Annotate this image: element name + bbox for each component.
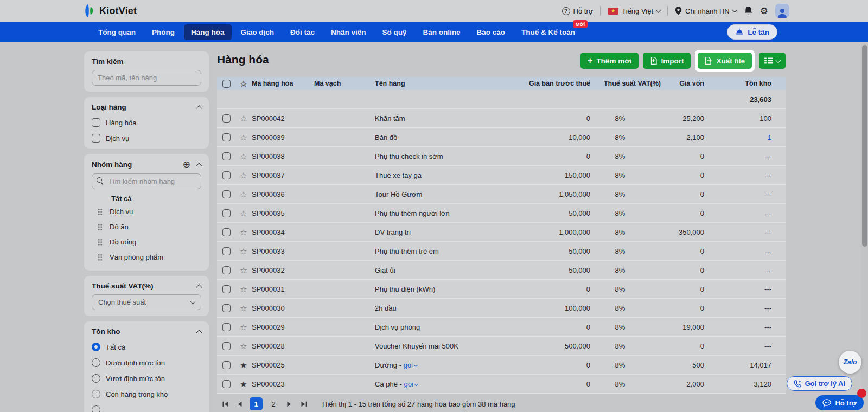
help-menu[interactable]: ? Hỗ trợ [562, 7, 593, 15]
favorite-star-icon[interactable]: ☆ [235, 304, 252, 312]
select-all-checkbox[interactable] [222, 80, 231, 88]
drag-handle-icon[interactable] [98, 254, 103, 261]
last-page-button[interactable] [299, 398, 309, 409]
page-number-1[interactable]: 1 [250, 397, 263, 410]
user-avatar[interactable] [775, 4, 789, 18]
collapse-chevron-icon[interactable] [196, 284, 202, 290]
row-checkbox[interactable] [222, 209, 231, 217]
favorite-star-icon[interactable]: ☆ [235, 323, 252, 331]
radio-icon[interactable] [92, 374, 100, 383]
nav-tab[interactable]: Giao dịch [234, 24, 282, 40]
brand-logo[interactable]: KiotViet [82, 0, 137, 22]
star-column-icon[interactable]: ☆ [235, 80, 252, 88]
table-row[interactable]: ☆ SP000038 Phụ thu check in sớm 0 8% 0 -… [217, 147, 786, 166]
nav-tab[interactable]: Tổng quan [91, 24, 143, 40]
col-name[interactable]: Tên hàng [375, 80, 509, 87]
branch-selector[interactable]: Chi nhánh HN [675, 7, 737, 15]
drag-handle-icon[interactable] [98, 239, 103, 246]
table-row[interactable]: ☆ SP000039 Bản đồ 10,000 8% 2,100 1 [217, 128, 786, 147]
table-row[interactable]: ☆ SP000031 Phụ thu điện (kWh) 0 8% 0 --- [217, 280, 786, 299]
stock-filter-option[interactable]: Dưới định mức tồn [92, 358, 201, 367]
favorite-star-icon[interactable]: ☆ [235, 171, 252, 179]
support-chat-button[interactable]: Hỗ trợ [815, 395, 864, 410]
favorite-star-icon[interactable]: ☆ [235, 209, 252, 217]
collapse-chevron-icon[interactable] [196, 330, 202, 336]
nav-tab[interactable]: Sổ quỹ [375, 24, 414, 40]
table-row[interactable]: ☆ SP000030 2h đầu 100,000 8% 0 --- [217, 299, 786, 318]
type-filter-option[interactable]: Dịch vụ [92, 134, 201, 143]
table-row[interactable]: ☆ SP000037 Thuê xe tay ga 150,000 8% 0 -… [217, 166, 786, 185]
add-new-button[interactable]: + Thêm mới [580, 53, 639, 69]
nav-tab[interactable]: Đối tác [283, 24, 322, 40]
unit-link[interactable]: gói [404, 361, 413, 369]
favorite-star-icon[interactable]: ☆ [235, 285, 252, 293]
row-checkbox[interactable] [222, 152, 231, 160]
nav-tab[interactable]: Hàng hóa [184, 24, 232, 40]
nav-tab[interactable]: Nhân viên [324, 24, 373, 40]
row-checkbox[interactable] [222, 361, 231, 369]
language-selector[interactable]: ★ Tiếng Việt [608, 7, 660, 15]
radio-icon[interactable] [92, 405, 100, 412]
next-page-button[interactable] [284, 398, 294, 409]
unit-link[interactable]: gói [404, 380, 413, 388]
row-checkbox[interactable] [222, 133, 231, 141]
ai-assistant-call-button[interactable]: Gọi trợ lý AI [787, 376, 853, 391]
row-checkbox[interactable] [222, 171, 231, 179]
col-barcode[interactable]: Mã vạch [314, 80, 375, 87]
list-view-menu-button[interactable] [759, 53, 786, 69]
col-code[interactable]: Mã hàng hóa [252, 80, 314, 87]
product-group-item[interactable]: Đồ ăn [92, 219, 201, 234]
nav-tab[interactable]: Phòng [145, 24, 182, 40]
drag-handle-icon[interactable] [98, 208, 103, 216]
row-checkbox[interactable] [222, 247, 231, 255]
product-group-item[interactable]: Văn phòng phẩm [92, 249, 201, 265]
group-search-input[interactable] [92, 173, 201, 189]
product-group-item[interactable]: Dịch vụ [92, 204, 201, 219]
notifications-bell-icon[interactable] [744, 6, 753, 16]
group-item-all[interactable]: Tất cả [111, 195, 201, 203]
row-checkbox[interactable] [222, 323, 231, 331]
collapse-chevron-icon[interactable] [196, 163, 202, 169]
favorite-star-icon[interactable]: ☆ [235, 190, 252, 198]
row-checkbox[interactable] [222, 190, 231, 198]
add-group-icon[interactable]: ⊕ [183, 160, 190, 169]
row-checkbox[interactable] [222, 342, 231, 350]
favorite-star-icon[interactable]: ★ [235, 361, 252, 369]
favorite-star-icon[interactable]: ☆ [235, 342, 252, 350]
col-cost[interactable]: Giá vốn [661, 80, 704, 87]
settings-gear-icon[interactable]: ⚙ [760, 7, 768, 16]
table-row[interactable]: ☆ SP000042 Khăn tắm 0 8% 25,200 100 [217, 109, 786, 128]
table-row[interactable]: ☆ SP000033 Phụ thu thêm trẻ em 50,000 8%… [217, 242, 786, 261]
checkbox-icon[interactable] [92, 118, 100, 127]
row-checkbox[interactable] [222, 266, 231, 274]
table-row[interactable]: ☆ SP000035 Phụ thu thêm người lớn 50,000… [217, 204, 786, 223]
page-number-2[interactable]: 2 [267, 397, 279, 410]
table-row[interactable]: ☆ SP000032 Giặt ủi 50,000 8% 0 --- [217, 261, 786, 280]
favorite-star-icon[interactable]: ★ [235, 380, 252, 388]
first-page-button[interactable] [220, 398, 230, 409]
table-row[interactable]: ★ SP000023 Cà phê - gói 0 8% 2,000 3,120 [217, 375, 786, 394]
radio-icon[interactable] [92, 390, 100, 398]
collapse-chevron-icon[interactable] [196, 105, 202, 111]
type-filter-option[interactable]: Hàng hóa [92, 118, 201, 127]
scrollbar-thumb[interactable] [862, 45, 867, 247]
favorite-star-icon[interactable]: ☆ [235, 133, 252, 141]
checkbox-icon[interactable] [92, 134, 100, 143]
table-row[interactable]: ★ SP000025 Đường - gói 0 8% 500 14,017 [217, 356, 786, 375]
col-stock[interactable]: Tồn kho [704, 80, 786, 87]
stock-filter-option-partial[interactable] [92, 405, 201, 412]
favorite-star-icon[interactable]: ☆ [235, 266, 252, 274]
nav-tab[interactable]: Bán online [416, 24, 468, 40]
stock-filter-option[interactable]: Còn hàng trong kho [92, 390, 201, 398]
reception-button[interactable]: Lễ tân [727, 24, 777, 40]
row-checkbox[interactable] [222, 304, 231, 312]
product-group-item[interactable]: Đồ uống [92, 234, 201, 249]
table-row[interactable]: ☆ SP000034 DV trang trí 1,000,000 8% 350… [217, 223, 786, 242]
zalo-chat-button[interactable]: Zalo [839, 351, 861, 374]
col-vat[interactable]: Thuế suất VAT(%) [590, 80, 661, 87]
nav-tab[interactable]: Thuế & Kế toán Mới [514, 24, 582, 40]
nav-tab[interactable]: Báo cáo [470, 24, 513, 40]
favorite-star-icon[interactable]: ☆ [235, 228, 252, 236]
stock-filter-option[interactable]: Vượt định mức tồn [92, 374, 201, 383]
favorite-star-icon[interactable]: ☆ [235, 152, 252, 160]
